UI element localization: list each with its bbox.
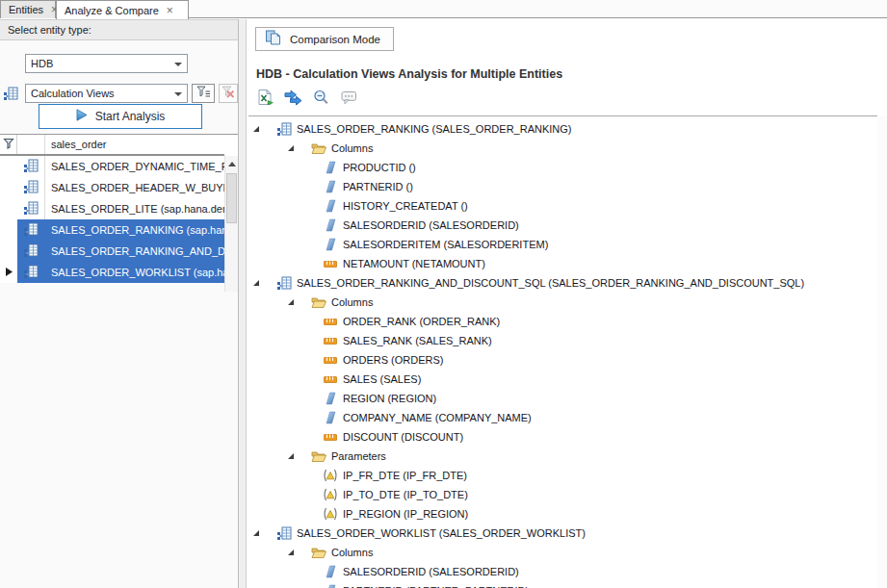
tree-row[interactable]: SALES_RANK (SALES_RANK) bbox=[247, 331, 887, 350]
attribute-column-icon bbox=[322, 392, 339, 405]
auto-filter-row bbox=[0, 135, 224, 156]
list-item[interactable]: SALES_ORDER_RANKING (sap.hana. bbox=[0, 219, 224, 241]
entity-name: SALES_ORDER_RANKING_AND_DISC bbox=[45, 241, 243, 262]
clear-filter-button[interactable] bbox=[219, 84, 238, 103]
calculation-view-icon bbox=[23, 200, 39, 217]
dropdown-value: HDB bbox=[31, 58, 53, 69]
entity-name: SALES_ORDER_HEADER_W_BUYER ( bbox=[45, 177, 245, 198]
tree-row[interactable]: DISCOUNT (DISCOUNT) bbox=[247, 427, 887, 447]
arrow-up-icon bbox=[228, 162, 236, 166]
list-scrollbar[interactable] bbox=[224, 156, 238, 292]
measure-column-icon bbox=[322, 430, 339, 444]
tree-row[interactable]: SALES_ORDER_RANKING (SALES_ORDER_RANKING… bbox=[247, 119, 887, 139]
list-item[interactable]: SALES_ORDER_RANKING_AND_DISC bbox=[0, 241, 224, 262]
attribute-column-icon bbox=[322, 180, 339, 193]
list-item[interactable]: SALES_ORDER_LITE (sap.hana.demo bbox=[0, 198, 224, 219]
tree-row[interactable]: SALES (SALES) bbox=[247, 370, 887, 389]
scroll-up-button[interactable] bbox=[225, 156, 238, 171]
calculation-view-icon bbox=[23, 243, 39, 260]
entity-name: SALES_ORDER_WORKLIST (sap.hana bbox=[45, 262, 241, 283]
entity-name: SALES_ORDER_DYNAMIC_TIME_PER bbox=[45, 156, 243, 177]
tree-row[interactable]: Parameters bbox=[247, 447, 887, 466]
expander-icon[interactable] bbox=[287, 452, 310, 460]
measure-column-icon bbox=[322, 315, 339, 328]
tree-row[interactable]: REGION (REGION) bbox=[247, 389, 887, 408]
comments-button[interactable] bbox=[339, 89, 358, 109]
calculation-view-icon bbox=[3, 86, 18, 101]
tree-row[interactable]: HISTORY_CREATEDAT () bbox=[247, 196, 887, 216]
attribute-column-icon bbox=[322, 411, 339, 424]
comments-icon bbox=[341, 90, 357, 109]
tree-row[interactable]: PRODUCTID () bbox=[247, 158, 887, 177]
expander-icon[interactable] bbox=[287, 144, 310, 152]
tree-node-label: SALESORDERID (SALESORDERID) bbox=[343, 566, 519, 577]
attribute-column-icon bbox=[322, 565, 339, 578]
tree-node-label: IP_REGION (IP_REGION) bbox=[343, 508, 468, 520]
tree-row[interactable]: IP_TO_DTE (IP_TO_DTE) bbox=[247, 485, 887, 504]
calculation-view-icon bbox=[23, 179, 39, 196]
expander-icon[interactable] bbox=[252, 279, 275, 287]
row-indicator bbox=[0, 156, 17, 177]
swap-arrows-button[interactable] bbox=[283, 89, 302, 109]
tab-entities[interactable]: Entities × bbox=[0, 0, 56, 18]
close-icon[interactable]: × bbox=[167, 6, 173, 15]
list-item[interactable]: SALES_ORDER_HEADER_W_BUYER ( bbox=[0, 177, 224, 198]
tree-row[interactable]: Columns bbox=[247, 293, 887, 312]
calculation-view-icon bbox=[23, 221, 39, 239]
entity-grid: SALES_ORDER_DYNAMIC_TIME_PERSALES_ORDER_… bbox=[0, 134, 238, 283]
entity-type-dropdown[interactable]: HDB bbox=[25, 54, 188, 73]
list-item[interactable]: SALES_ORDER_DYNAMIC_TIME_PER bbox=[0, 156, 224, 177]
tree-node-label: PRODUCTID () bbox=[343, 162, 416, 173]
tree-row[interactable]: IP_REGION (IP_REGION) bbox=[247, 504, 887, 524]
tree-node-label: REGION (REGION) bbox=[343, 393, 436, 404]
list-item[interactable]: SALES_ORDER_WORKLIST (sap.hana bbox=[0, 262, 224, 283]
clear-filter-icon bbox=[222, 86, 235, 101]
tree-row[interactable]: PARTNERID () bbox=[247, 177, 887, 196]
tree-row[interactable]: SALESORDERID (SALESORDERID) bbox=[247, 216, 887, 235]
tree-row[interactable]: SALESORDERID (SALESORDERID) bbox=[247, 562, 887, 581]
comparison-mode-button[interactable]: Comparison Mode bbox=[255, 27, 394, 51]
tree-row[interactable]: ORDER_RANK (ORDER_RANK) bbox=[247, 312, 887, 331]
tree-node-label: DISCOUNT (DISCOUNT) bbox=[343, 431, 463, 443]
panel-splitter[interactable] bbox=[238, 19, 247, 588]
tree-row[interactable]: PARTNERID (PARTNER_PARTNERID) bbox=[247, 581, 887, 588]
tree-node-label: ORDER_RANK (ORDER_RANK) bbox=[343, 316, 500, 327]
attribute-column-icon bbox=[322, 161, 339, 174]
folder-icon bbox=[310, 449, 327, 463]
application-window: Entities × Analyze & Compare × Select en… bbox=[0, 0, 887, 588]
entity-subtype-dropdown[interactable]: Calculation Views bbox=[25, 84, 188, 103]
tree-row[interactable]: SALESORDERITEM (SALESORDERITEM) bbox=[247, 235, 887, 254]
tree-row[interactable]: SALES_ORDER_WORKLIST (SALES_ORDER_WORKLI… bbox=[247, 524, 887, 543]
zoom-button[interactable] bbox=[311, 89, 330, 109]
tree-node-label: SALES_ORDER_WORKLIST (SALES_ORDER_WORKLI… bbox=[297, 527, 586, 539]
chevron-down-icon bbox=[174, 63, 182, 66]
entity-filter-input[interactable] bbox=[51, 139, 224, 150]
tree-node-label: SALES_RANK (SALES_RANK) bbox=[343, 335, 492, 346]
export-excel-icon bbox=[257, 89, 274, 109]
tree-row[interactable]: NETAMOUNT (NETAMOUNT) bbox=[247, 254, 887, 273]
expander-icon[interactable] bbox=[252, 125, 275, 133]
row-indicator bbox=[0, 198, 17, 219]
tree-node-label: PARTNERID () bbox=[343, 181, 413, 192]
filter-cell[interactable] bbox=[45, 139, 224, 150]
start-analysis-button[interactable]: Start Analysis bbox=[39, 104, 202, 129]
tab-analyze-compare[interactable]: Analyze & Compare × bbox=[56, 0, 189, 19]
comparison-mode-label: Comparison Mode bbox=[290, 34, 380, 45]
expander-icon[interactable] bbox=[287, 298, 310, 306]
tree-node-label: SALESORDERITEM (SALESORDERITEM) bbox=[343, 239, 548, 250]
expander-icon[interactable] bbox=[287, 549, 310, 556]
folder-icon bbox=[310, 141, 327, 155]
tree-row[interactable]: Columns bbox=[247, 139, 887, 158]
tree-scroll-track[interactable] bbox=[877, 116, 887, 588]
expander-icon[interactable] bbox=[252, 529, 275, 537]
tree-row[interactable]: SALES_ORDER_RANKING_AND_DISCOUNT_SQL (SA… bbox=[247, 273, 887, 293]
tree-row[interactable]: ORDERS (ORDERS) bbox=[247, 350, 887, 370]
tree-row[interactable]: IP_FR_DTE (IP_FR_DTE) bbox=[247, 466, 887, 485]
tree-row[interactable]: Columns bbox=[247, 543, 887, 562]
tree-node-label: SALES_ORDER_RANKING_AND_DISCOUNT_SQL (SA… bbox=[297, 277, 804, 289]
tree-row[interactable]: COMPANY_NAME (COMPANY_NAME) bbox=[247, 408, 887, 427]
export-excel-button[interactable] bbox=[255, 89, 274, 109]
edit-filter-button[interactable] bbox=[192, 84, 215, 103]
scrollbar-thumb[interactable] bbox=[226, 173, 237, 223]
tree-node-label: Columns bbox=[331, 296, 373, 308]
